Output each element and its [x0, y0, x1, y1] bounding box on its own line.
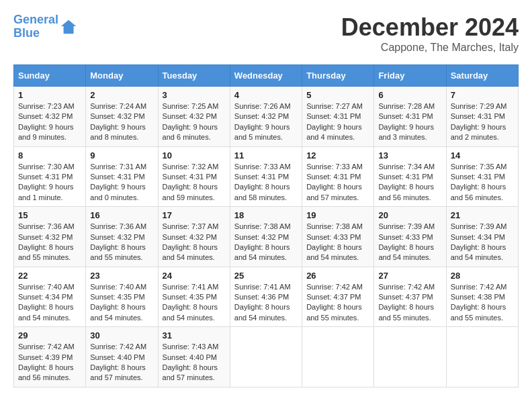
cell-info-line: and 54 minutes. [306, 253, 369, 263]
cell-info-line: Sunset: 4:35 PM [90, 292, 153, 302]
day-header-saturday: Saturday [446, 65, 518, 87]
cell-info-line: Sunset: 4:32 PM [234, 111, 298, 122]
cell-info-line: Sunset: 4:31 PM [451, 111, 514, 122]
calendar-week-2: 8Sunrise: 7:30 AMSunset: 4:31 PMDaylight… [14, 146, 519, 207]
cell-info-line: Daylight: 8 hours [234, 182, 298, 192]
cell-info-line: Daylight: 8 hours [163, 363, 226, 373]
calendar-cell: 26Sunrise: 7:42 AMSunset: 4:37 PMDayligh… [302, 267, 374, 327]
cell-info-line: Sunrise: 7:36 AM [18, 222, 81, 232]
cell-info-line: Daylight: 8 hours [163, 302, 226, 312]
cell-info-line: and 9 minutes. [18, 132, 81, 142]
calendar-cell: 27Sunrise: 7:42 AMSunset: 4:37 PMDayligh… [374, 267, 446, 327]
calendar-cell: 13Sunrise: 7:34 AMSunset: 4:31 PMDayligh… [374, 146, 446, 207]
cell-info-line: Sunset: 4:40 PM [90, 353, 153, 363]
cell-info-line: and 54 minutes. [378, 253, 441, 263]
cell-info-line: Daylight: 8 hours [90, 302, 153, 312]
calendar-cell [230, 327, 302, 387]
day-number: 7 [451, 90, 514, 100]
cell-info-line: Sunrise: 7:24 AM [90, 101, 153, 111]
cell-info-line: and 55 minutes. [306, 313, 369, 323]
cell-info-line: Sunset: 4:39 PM [18, 353, 81, 363]
calendar-table: SundayMondayTuesdayWednesdayThursdayFrid… [13, 64, 519, 387]
cell-info-line: and 4 minutes. [306, 132, 369, 142]
day-number: 1 [18, 90, 81, 100]
cell-info-line: Daylight: 9 hours [163, 122, 226, 132]
day-number: 13 [378, 150, 441, 161]
calendar-cell: 6Sunrise: 7:28 AMSunset: 4:31 PMDaylight… [374, 87, 446, 147]
cell-info-line: and 54 minutes. [234, 313, 298, 323]
logo: General Blue [13, 13, 79, 40]
cell-info-line: Sunrise: 7:38 AM [306, 222, 369, 232]
day-number: 29 [18, 330, 81, 340]
cell-info-line: Sunset: 4:35 PM [163, 292, 226, 302]
day-number: 18 [234, 210, 298, 220]
day-number: 22 [18, 271, 81, 281]
day-number: 12 [306, 150, 369, 161]
cell-info-line: Daylight: 8 hours [234, 302, 298, 312]
day-header-tuesday: Tuesday [158, 65, 230, 87]
calendar-cell: 20Sunrise: 7:39 AMSunset: 4:33 PMDayligh… [374, 207, 446, 267]
cell-info-line: Sunrise: 7:34 AM [378, 162, 441, 172]
cell-info-line: Sunset: 4:37 PM [378, 292, 441, 302]
cell-info-line: Daylight: 9 hours [234, 122, 298, 132]
cell-info-line: Sunset: 4:37 PM [306, 292, 369, 302]
calendar-cell: 5Sunrise: 7:27 AMSunset: 4:31 PMDaylight… [302, 87, 374, 147]
calendar-week-1: 1Sunrise: 7:23 AMSunset: 4:32 PMDaylight… [14, 87, 519, 147]
day-number: 26 [306, 271, 369, 281]
cell-info-line: Daylight: 9 hours [306, 122, 369, 132]
location-subtitle: Cappone, The Marches, Italy [341, 42, 519, 54]
calendar-week-4: 22Sunrise: 7:40 AMSunset: 4:34 PMDayligh… [14, 267, 519, 327]
cell-info-line: Daylight: 8 hours [163, 242, 226, 253]
cell-info-line: Sunrise: 7:23 AM [18, 101, 81, 111]
calendar-cell: 9Sunrise: 7:31 AMSunset: 4:31 PMDaylight… [86, 146, 158, 207]
calendar-cell [446, 327, 518, 387]
cell-info-line: Sunrise: 7:26 AM [234, 101, 298, 111]
svg-marker-0 [61, 20, 76, 34]
cell-info-line: Sunset: 4:31 PM [378, 111, 441, 122]
calendar-cell: 17Sunrise: 7:37 AMSunset: 4:32 PMDayligh… [158, 207, 230, 267]
cell-info-line: Sunset: 4:31 PM [378, 172, 441, 182]
cell-info-line: and 5 minutes. [234, 132, 298, 142]
cell-info-line: Sunset: 4:32 PM [234, 232, 298, 242]
page-header: General Blue December 2024 Cappone, The … [13, 13, 519, 54]
cell-info-line: Sunrise: 7:39 AM [451, 222, 514, 232]
cell-info-line: and 56 minutes. [18, 373, 81, 383]
cell-info-line: Daylight: 8 hours [306, 242, 369, 253]
calendar-cell: 18Sunrise: 7:38 AMSunset: 4:32 PMDayligh… [230, 207, 302, 267]
cell-info-line: Daylight: 8 hours [451, 242, 514, 253]
calendar-cell: 2Sunrise: 7:24 AMSunset: 4:32 PMDaylight… [86, 87, 158, 147]
day-header-monday: Monday [86, 65, 158, 87]
cell-info-line: Sunrise: 7:41 AM [163, 282, 226, 292]
cell-info-line: and 57 minutes. [306, 193, 369, 203]
cell-info-line: Sunrise: 7:42 AM [18, 342, 81, 352]
day-number: 24 [163, 271, 226, 281]
cell-info-line: Daylight: 8 hours [18, 302, 81, 312]
cell-info-line: and 59 minutes. [163, 193, 226, 203]
cell-info-line: Sunset: 4:31 PM [306, 172, 369, 182]
cell-info-line: Sunrise: 7:36 AM [90, 222, 153, 232]
day-header-thursday: Thursday [302, 65, 374, 87]
cell-info-line: Daylight: 8 hours [378, 182, 441, 192]
calendar-week-3: 15Sunrise: 7:36 AMSunset: 4:32 PMDayligh… [14, 207, 519, 267]
calendar-week-5: 29Sunrise: 7:42 AMSunset: 4:39 PMDayligh… [14, 327, 519, 387]
cell-info-line: Sunrise: 7:42 AM [90, 342, 153, 352]
day-number: 30 [90, 330, 153, 340]
cell-info-line: Sunset: 4:36 PM [234, 292, 298, 302]
cell-info-line: Sunset: 4:32 PM [18, 232, 81, 242]
calendar-cell: 12Sunrise: 7:33 AMSunset: 4:31 PMDayligh… [302, 146, 374, 207]
cell-info-line: Daylight: 8 hours [234, 242, 298, 253]
calendar-cell: 16Sunrise: 7:36 AMSunset: 4:32 PMDayligh… [86, 207, 158, 267]
day-number: 17 [163, 210, 226, 220]
cell-info-line: Daylight: 8 hours [306, 182, 369, 192]
calendar-cell: 31Sunrise: 7:43 AMSunset: 4:40 PMDayligh… [158, 327, 230, 387]
cell-info-line: Daylight: 8 hours [451, 182, 514, 192]
cell-info-line: Daylight: 8 hours [451, 302, 514, 312]
cell-info-line: and 56 minutes. [378, 193, 441, 203]
calendar-cell: 22Sunrise: 7:40 AMSunset: 4:34 PMDayligh… [14, 267, 86, 327]
day-number: 16 [90, 210, 153, 220]
day-header-sunday: Sunday [14, 65, 86, 87]
cell-info-line: Sunrise: 7:42 AM [306, 282, 369, 292]
day-header-friday: Friday [374, 65, 446, 87]
calendar-cell: 23Sunrise: 7:40 AMSunset: 4:35 PMDayligh… [86, 267, 158, 327]
day-number: 20 [378, 210, 441, 220]
